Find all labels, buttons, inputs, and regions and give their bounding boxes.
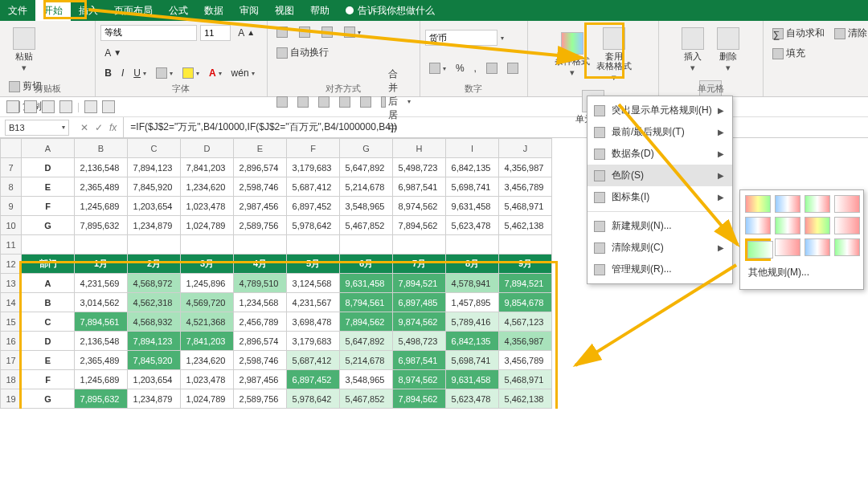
cell[interactable]: A [22, 274, 75, 293]
color-scale-swatch[interactable] [775, 195, 800, 213]
tell-me[interactable]: 告诉我你想做什么 [338, 0, 443, 21]
cell[interactable]: 5,467,852 [340, 389, 393, 409]
cell[interactable]: G [22, 216, 75, 235]
cell[interactable]: 7,894,123 [128, 332, 181, 351]
tab-help[interactable]: 帮助 [302, 0, 338, 21]
spreadsheet-grid[interactable]: ABCDEFGHIJ7D2,136,5487,894,1237,841,2032… [0, 138, 552, 409]
cell[interactable]: 部门 [22, 255, 75, 274]
cell[interactable]: E [22, 177, 75, 197]
color-scale-swatch[interactable] [805, 238, 830, 256]
cell[interactable] [446, 235, 499, 255]
cell[interactable]: F [22, 370, 75, 389]
cell[interactable]: 1,234,879 [128, 389, 181, 409]
tab-review[interactable]: 审阅 [231, 0, 267, 21]
align-bottom-button[interactable] [317, 24, 337, 40]
cell[interactable]: 4,356,987 [499, 158, 552, 177]
cell[interactable]: 9月 [499, 255, 552, 274]
row-header[interactable]: 12 [1, 255, 22, 274]
cell[interactable]: 2,136,548 [75, 158, 128, 177]
cell[interactable]: 5,647,892 [340, 332, 393, 351]
color-scale-swatch[interactable] [775, 217, 800, 234]
column-header[interactable]: E [234, 139, 287, 158]
cell[interactable]: 1,234,620 [181, 177, 234, 197]
formula-input[interactable]: =IF($J$2="万元",B4/10000,IF($J$2="百万元",B4/… [123, 117, 868, 137]
cell[interactable]: 5,623,478 [446, 389, 499, 409]
cond-menu-item[interactable]: 图标集(I)▶ [588, 186, 732, 208]
font-name-combo[interactable] [100, 25, 197, 41]
underline-button[interactable]: U▾ [129, 65, 150, 81]
cell[interactable]: 6月 [340, 255, 393, 274]
cell[interactable]: 1,203,654 [128, 197, 181, 216]
cell[interactable]: 5,214,678 [340, 351, 393, 370]
cell[interactable]: 7月 [393, 255, 446, 274]
cell[interactable]: 3,179,683 [287, 332, 340, 351]
cell[interactable]: 3,179,683 [287, 158, 340, 177]
autosum-button[interactable]: ∑自动求和 [768, 24, 829, 43]
cell[interactable]: 5,698,741 [446, 351, 499, 370]
fill-button[interactable]: 填充 [768, 44, 809, 63]
percent-button[interactable]: % [452, 60, 469, 76]
cell[interactable]: 4,562,318 [128, 293, 181, 312]
color-scale-swatch[interactable] [805, 217, 830, 234]
cell[interactable]: 5,498,723 [393, 158, 446, 177]
cell[interactable]: 9,874,562 [393, 312, 446, 332]
cell[interactable]: 7,894,521 [499, 274, 552, 293]
cell[interactable]: 3,548,965 [340, 370, 393, 389]
cell[interactable]: 5月 [287, 255, 340, 274]
cond-menu-item[interactable]: 管理规则(R)... [588, 259, 732, 280]
cell[interactable]: 3,456,789 [499, 177, 552, 197]
font-size-combo[interactable] [200, 25, 231, 41]
cell[interactable]: 5,468,971 [499, 370, 552, 389]
cell[interactable]: 1,457,895 [446, 293, 499, 312]
color-scale-swatch[interactable] [834, 238, 860, 256]
tab-data[interactable]: 数据 [196, 0, 231, 21]
cell[interactable]: C [22, 312, 75, 332]
cell[interactable]: 7,894,561 [75, 312, 128, 332]
cell[interactable]: 6,842,135 [446, 332, 499, 351]
color-scale-swatch[interactable] [805, 195, 830, 213]
cell[interactable]: 7,894,123 [128, 158, 181, 177]
tab-formulas[interactable]: 公式 [161, 0, 196, 21]
cell[interactable]: 1,024,789 [181, 389, 234, 409]
decrease-decimal-button[interactable] [503, 60, 522, 76]
cell[interactable]: 9,631,458 [446, 370, 499, 389]
cell[interactable]: 4,568,932 [128, 312, 181, 332]
cell[interactable]: 7,894,521 [393, 274, 446, 293]
delete-cells-button[interactable]: 删除▾ [712, 24, 744, 74]
cell[interactable]: 2,896,574 [234, 332, 287, 351]
cell[interactable]: 3,698,478 [287, 312, 340, 332]
cell[interactable] [287, 235, 340, 255]
cell[interactable]: 4,567,123 [499, 312, 552, 332]
row-header[interactable]: 7 [1, 158, 22, 177]
decrease-font-button[interactable]: A▼ [100, 45, 125, 61]
cell[interactable]: 4,789,510 [234, 274, 287, 293]
cell[interactable]: 8,974,562 [393, 370, 446, 389]
save-icon[interactable] [6, 100, 19, 113]
bold-button[interactable]: B [100, 65, 116, 81]
row-header[interactable]: 13 [1, 274, 22, 293]
cell[interactable] [181, 235, 234, 255]
italic-button[interactable]: I [117, 65, 128, 81]
cell[interactable]: 7,845,920 [128, 177, 181, 197]
cell[interactable]: 6,987,541 [393, 177, 446, 197]
cell[interactable]: 4月 [234, 255, 287, 274]
cell[interactable]: 9,631,458 [340, 274, 393, 293]
cell[interactable]: 8,974,562 [393, 197, 446, 216]
cell[interactable]: 9,854,678 [499, 293, 552, 312]
cell[interactable]: D [22, 332, 75, 351]
row-header[interactable]: 17 [1, 351, 22, 370]
cell[interactable]: 8月 [446, 255, 499, 274]
cell[interactable]: F [22, 197, 75, 216]
column-header[interactable]: G [340, 139, 393, 158]
cell[interactable]: 1,203,654 [128, 370, 181, 389]
cell[interactable]: 2,456,789 [234, 312, 287, 332]
color-scale-swatch[interactable] [775, 238, 800, 256]
tab-insert[interactable]: 插入 [71, 0, 106, 21]
cell[interactable]: 5,687,412 [287, 351, 340, 370]
cell[interactable]: 5,978,642 [287, 389, 340, 409]
row-header[interactable]: 15 [1, 312, 22, 332]
align-top-button[interactable] [272, 24, 292, 40]
color-scale-swatch[interactable] [745, 195, 771, 213]
row-header[interactable]: 14 [1, 293, 22, 312]
color-scale-swatch[interactable] [834, 217, 860, 234]
